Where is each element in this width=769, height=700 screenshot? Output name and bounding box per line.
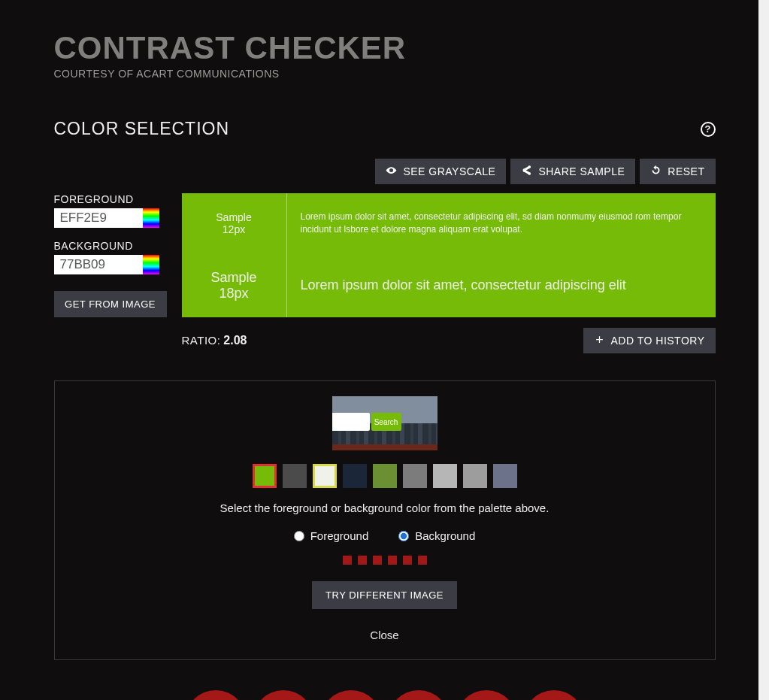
plus-icon [594,334,605,347]
reset-button[interactable]: RESET [640,159,715,184]
close-link[interactable]: Close [70,629,700,641]
eye-icon [386,165,397,178]
palette-swatch-1[interactable] [283,464,307,488]
sample-18-label-cell: Sample 18px [182,253,287,317]
pager-dot[interactable] [403,556,412,565]
try-different-image-label: TRY DIFFERENT IMAGE [325,589,444,601]
foreground-label: FOREGROUND [54,193,167,205]
sample-18-text-cell: Lorem ipsum dolor sit amet, consectetur … [287,253,716,317]
palette-swatch-2[interactable] [313,464,337,488]
palette-swatch-3[interactable] [343,464,367,488]
foreground-input[interactable] [54,208,143,228]
foreground-radio[interactable]: Foreground [294,529,369,542]
sample-preview: Sample 12px Lorem ipsum dolor sit amet, … [182,193,716,317]
image-search-label: Search [371,413,401,431]
pager-dot[interactable] [388,556,397,565]
pager-dot[interactable] [418,556,427,565]
background-label: BACKGROUND [54,240,167,252]
image-panel: Search Select the foreground or backgrou… [54,380,716,660]
see-grayscale-button[interactable]: SEE GRAYSCALE [375,159,506,184]
foreground-radio-input[interactable] [294,531,304,541]
color-inputs: FOREGROUND BACKGROUND GET FROM IMAGE [54,193,167,317]
pager-dot[interactable] [343,556,352,565]
ratio-value: 2.08 [223,334,247,347]
palette-swatch-5[interactable] [403,464,427,488]
share-icon [521,165,532,178]
sample-12-label-a: Sample [216,211,251,223]
background-input[interactable] [54,255,143,274]
page: CONTRAST CHECKER COURTESY OF ACART COMMU… [54,0,716,700]
ratio-label: RATIO: [182,334,221,347]
ratio-row: RATIO: 2.08 ADD TO HISTORY [54,328,716,353]
results-row: AA✕AAA✕AA18pt✕AAA18pt✕COLORSFAIL✕COLOR D… [54,690,716,700]
try-different-image-button[interactable]: TRY DIFFERENT IMAGE [312,581,457,609]
help-icon[interactable]: ? [701,122,716,137]
result-circle-0: AA✕ [185,690,247,700]
pager-dots [70,556,700,565]
page-subtitle: COURTESY OF ACART COMMUNICATIONS [54,68,716,80]
add-to-history-button[interactable]: ADD TO HISTORY [583,328,716,353]
palette-swatch-4[interactable] [373,464,397,488]
pager-dot[interactable] [373,556,382,565]
palette-swatch-0[interactable] [253,464,277,488]
sample-12-text: Lorem ipsum dolor sit amet, consectetur … [301,211,702,236]
palette-swatch-7[interactable] [463,464,487,488]
get-from-image-label: GET FROM IMAGE [65,298,156,310]
sample-12-label-b: 12px [223,223,245,235]
palette-swatch-6[interactable] [433,464,457,488]
background-radio[interactable]: Background [398,529,475,542]
target-radio-group: Foreground Background [70,529,700,542]
palette [70,464,700,488]
section-title: COLOR SELECTION [54,119,230,139]
main-row: FOREGROUND BACKGROUND GET FROM IMAGE Sam… [54,193,716,317]
result-circle-1: AAA✕ [253,690,314,700]
refresh-icon [650,165,662,178]
section-header: COLOR SELECTION ? [54,119,716,139]
source-image: Search [332,396,437,450]
see-grayscale-label: SEE GRAYSCALE [403,165,495,177]
background-radio-label: Background [415,529,475,542]
sample-18-label-b: 18px [219,286,248,302]
toolbar: SEE GRAYSCALE SHARE SAMPLE RESET [54,159,716,184]
foreground-radio-label: Foreground [310,529,369,542]
result-circle-2: AA18pt✕ [320,690,382,700]
sample-18-label-a: Sample [210,270,256,286]
background-radio-input[interactable] [398,531,409,541]
result-circle-5: COLOR DIFF399✕ [523,690,585,700]
background-picker-icon[interactable] [143,255,159,274]
sample-12-label-cell: Sample 12px [182,193,287,253]
palette-hint: Select the foreground or background colo… [70,502,700,514]
sample-18-text: Lorem ipsum dolor sit amet, consectetur … [301,277,626,293]
page-title: CONTRAST CHECKER [54,30,716,66]
scrollbar[interactable] [758,0,769,700]
share-sample-label: SHARE SAMPLE [538,165,625,177]
reset-label: RESET [668,165,704,177]
foreground-picker-icon[interactable] [143,208,159,228]
get-from-image-button[interactable]: GET FROM IMAGE [54,291,167,317]
add-to-history-label: ADD TO HISTORY [611,335,705,347]
result-circle-4: COLORSFAIL✕ [456,690,517,700]
pager-dot[interactable] [358,556,367,565]
palette-swatch-8[interactable] [493,464,517,488]
share-sample-button[interactable]: SHARE SAMPLE [510,159,635,184]
result-circle-3: AAA18pt✕ [388,690,450,700]
sample-12-text-cell: Lorem ipsum dolor sit amet, consectetur … [287,193,716,253]
